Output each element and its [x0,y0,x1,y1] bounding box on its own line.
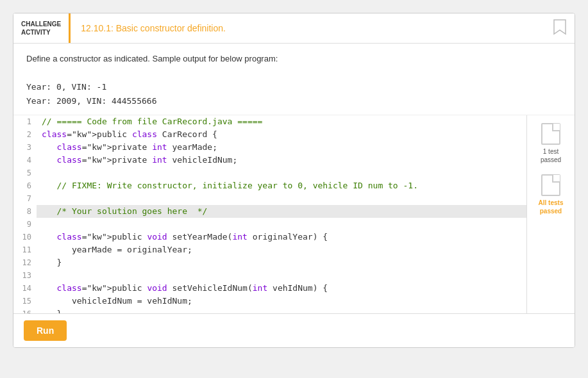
code-line: 5 [13,167,526,179]
line-content: class="kw">public class CarRecord { [37,128,217,141]
line-content: /* Your solution goes here */ [37,205,207,218]
code-line: 11 yearMade = originalYear; [13,243,526,256]
line-content: } [37,256,62,269]
line-content: } [37,308,62,313]
line-content [37,167,42,179]
line-number: 1 [13,115,37,128]
line-number: 8 [13,205,37,218]
line-content: class="kw">public void setYearMade(int o… [37,231,328,243]
line-content: // FIXME: Write constructor, initialize … [37,179,418,192]
line-number: 11 [13,243,37,256]
intro-text: Define a constructor as indicated. Sampl… [26,54,562,63]
bookmark-icon [553,19,567,38]
code-line: 2class="kw">public class CarRecord { [13,128,526,141]
line-number: 6 [13,179,37,192]
code-line: 6 // FIXME: Write constructor, initializ… [13,179,526,192]
output-line-2: Year: 2009, VIN: 444555666 [26,94,562,108]
test-badge-label-all: All testspassed [539,199,564,215]
line-content [37,269,42,282]
line-number: 9 [13,218,37,231]
output-line-1: Year: 0, VIN: -1 [26,80,562,94]
bookmark-button[interactable] [545,13,575,43]
sample-output: Year: 0, VIN: -1 Year: 2009, VIN: 444555… [26,80,562,108]
line-content: // ===== Code from file CarRecord.java =… [37,115,262,128]
editor-area: 1// ===== Code from file CarRecord.java … [13,115,575,314]
code-line: 1// ===== Code from file CarRecord.java … [13,115,526,128]
line-content: class="kw">public void setVehicleIdNum(i… [37,282,328,295]
line-number: 2 [13,128,37,141]
footer: Run [13,314,575,347]
test-badge-label-1: 1 testpassed [541,147,561,164]
code-line: 12 } [13,256,526,269]
code-line: 14 class="kw">public void setVehicleIdNu… [13,282,526,295]
line-number: 12 [13,256,37,269]
run-button[interactable]: Run [24,320,67,341]
line-content: class="kw">private int yearMade; [37,141,217,154]
test-badge-icon-1 [541,123,560,145]
main-container: CHALLENGE ACTIVITY 12.10.1: Basic constr… [13,13,575,348]
challenge-activity-label: CHALLENGE ACTIVITY [13,13,71,43]
code-line: 9 [13,218,526,231]
line-content: class="kw">private int vehicleIdNum; [37,154,237,167]
line-number: 3 [13,141,37,154]
line-content: yearMade = originalYear; [37,243,192,256]
code-line: 16 } [13,308,526,313]
line-content [37,192,42,205]
line-content: vehicleIdNum = vehIdNum; [37,295,192,308]
header: CHALLENGE ACTIVITY 12.10.1: Basic constr… [13,13,575,44]
line-number: 16 [13,308,37,313]
code-line: 10 class="kw">public void setYearMade(in… [13,231,526,243]
code-editor[interactable]: 1// ===== Code from file CarRecord.java … [13,115,526,313]
code-line: 7 [13,192,526,205]
test-badge-all: All testspassed [539,174,564,215]
line-number: 15 [13,295,37,308]
test-badge-1: 1 testpassed [541,123,561,164]
line-number: 14 [13,282,37,295]
line-number: 7 [13,192,37,205]
line-content [37,218,42,231]
test-badge-icon-all [541,174,560,196]
line-number: 5 [13,167,37,179]
right-panel: 1 testpassed All testspassed [526,115,575,313]
line-number: 4 [13,154,37,167]
code-line: 3 class="kw">private int yearMade; [13,141,526,154]
line-number: 13 [13,269,37,282]
code-line: 8 /* Your solution goes here */ [13,205,526,218]
code-line: 4 class="kw">private int vehicleIdNum; [13,154,526,167]
description-section: Define a constructor as indicated. Sampl… [13,44,575,115]
line-number: 10 [13,231,37,243]
code-line: 15 vehicleIdNum = vehIdNum; [13,295,526,308]
code-line: 13 [13,269,526,282]
challenge-title: 12.10.1: Basic constructor definition. [71,13,545,43]
